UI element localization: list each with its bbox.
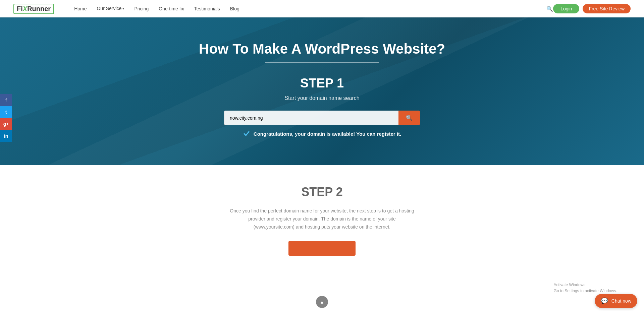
googleplus-button[interactable]: g+	[0, 118, 12, 130]
nav-item-ourservice[interactable]: Our Service ▾	[97, 6, 124, 12]
facebook-icon: f	[5, 97, 7, 103]
nav-link-onetimefix[interactable]: One-time fix	[159, 6, 184, 11]
checkmark-arrow-icon	[243, 130, 250, 138]
nav-menu: Home Our Service ▾ Pricing One-time fix …	[74, 6, 543, 12]
nav-link-pricing[interactable]: Pricing	[134, 6, 149, 11]
hero-section: How To Make A WordPress Website? STEP 1 …	[0, 17, 644, 165]
step2-description: Once you find the perfect domain name fo…	[228, 207, 416, 231]
search-magnifier-icon: 🔍	[406, 115, 413, 121]
hero-divider	[265, 62, 379, 63]
hero-title: How To Make A WordPress Website?	[7, 41, 637, 57]
facebook-button[interactable]: f	[0, 94, 12, 106]
linkedin-button[interactable]: in	[0, 130, 12, 142]
nav-item-pricing[interactable]: Pricing	[134, 6, 149, 12]
free-site-review-button[interactable]: Free Site Review	[583, 4, 631, 13]
logo-x-text: X	[23, 5, 27, 12]
domain-search-bar: 🔍	[7, 111, 637, 125]
twitter-icon: t	[5, 109, 7, 115]
logo-runner-text: Runner	[27, 5, 51, 12]
domain-search-input[interactable]	[224, 111, 398, 125]
logo-fix-text: Fi	[17, 5, 23, 12]
step2-cta-button[interactable]	[288, 241, 356, 256]
nav-actions: Login Free Site Review	[553, 4, 631, 13]
nav-item-testimonials[interactable]: Testimonials	[194, 6, 220, 12]
domain-success-message: Congratulations, your domain is availabl…	[7, 130, 637, 138]
success-text: Congratulations, your domain is availabl…	[254, 131, 401, 137]
nav-link-blog[interactable]: Blog	[230, 6, 239, 11]
ourservice-dropdown-arrow: ▾	[122, 7, 124, 10]
nav-item-onetimefix[interactable]: One-time fix	[159, 6, 184, 12]
search-icon[interactable]: 🔍	[546, 6, 553, 12]
nav-link-ourservice[interactable]: Our Service ▾	[97, 6, 124, 11]
nav-item-home[interactable]: Home	[74, 6, 87, 12]
step2-label: STEP 2	[7, 185, 637, 199]
nav-link-home[interactable]: Home	[74, 6, 87, 11]
linkedin-icon: in	[4, 133, 8, 139]
navbar: FiXRunner Home Our Service ▾ Pricing One…	[0, 0, 644, 17]
domain-search-button[interactable]: 🔍	[398, 111, 420, 125]
step1-label: STEP 1	[7, 76, 637, 90]
step2-section: STEP 2 Once you find the perfect domain …	[0, 165, 644, 272]
step1-subtitle: Start your domain name search	[7, 95, 637, 101]
twitter-button[interactable]: t	[0, 106, 12, 118]
googleplus-icon: g+	[3, 121, 9, 127]
nav-link-testimonials[interactable]: Testimonials	[194, 6, 220, 11]
social-sidebar: f t g+ in	[0, 94, 12, 142]
hero-content: How To Make A WordPress Website? STEP 1 …	[7, 41, 637, 138]
logo[interactable]: FiXRunner	[13, 4, 54, 14]
nav-item-blog[interactable]: Blog	[230, 6, 239, 12]
login-button[interactable]: Login	[553, 4, 579, 13]
